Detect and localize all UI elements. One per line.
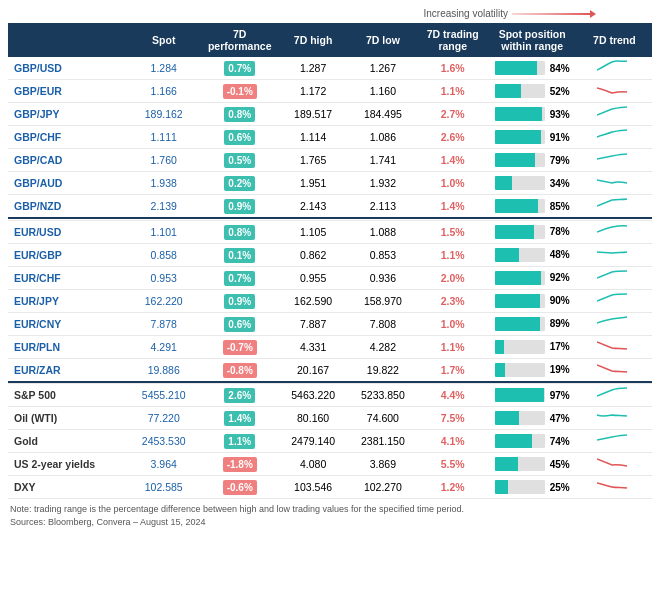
footnote: Note: trading range is the percentage di… bbox=[8, 503, 652, 528]
header-low: 7D low bbox=[348, 23, 418, 57]
low-cell: 1.932 bbox=[348, 172, 418, 195]
bar-fill bbox=[495, 176, 512, 190]
spotpos-cell: 45% bbox=[488, 453, 577, 476]
table-row: EUR/USD 1.101 0.8% 1.105 1.088 1.5% 78% bbox=[8, 220, 652, 243]
bar-pct: 74% bbox=[550, 436, 570, 447]
spot-cell: 1.284 bbox=[126, 57, 201, 80]
perf-cell: 0.5% bbox=[201, 149, 278, 172]
sparkline-chart bbox=[597, 293, 631, 307]
bar-pct: 91% bbox=[550, 132, 570, 143]
perf-cell: -0.7% bbox=[201, 335, 278, 358]
perf-badge: 1.4% bbox=[224, 411, 255, 426]
low-cell: 74.600 bbox=[348, 407, 418, 430]
bar-fill bbox=[495, 340, 504, 354]
pair-cell: US 2-year yields bbox=[8, 453, 126, 476]
spot-pos-container: 93% bbox=[492, 107, 573, 121]
volatility-header: Increasing volatility bbox=[8, 8, 652, 19]
spot-cell: 77.220 bbox=[126, 407, 201, 430]
table-row: S&P 500 5455.210 2.6% 5463.220 5233.850 … bbox=[8, 384, 652, 407]
table-row: GBP/NZD 2.139 0.9% 2.143 2.113 1.4% 85% bbox=[8, 195, 652, 219]
pair-cell: EUR/USD bbox=[8, 220, 126, 243]
pair-cell: EUR/PLN bbox=[8, 335, 126, 358]
perf-badge: 0.9% bbox=[224, 199, 255, 214]
bar-pct: 78% bbox=[550, 226, 570, 237]
range-cell: 1.7% bbox=[418, 358, 488, 382]
bar-pct: 34% bbox=[550, 178, 570, 189]
low-cell: 4.282 bbox=[348, 335, 418, 358]
trend-cell bbox=[577, 476, 652, 499]
trend-cell bbox=[577, 407, 652, 430]
table-row: EUR/GBP 0.858 0.1% 0.862 0.853 1.1% 48% bbox=[8, 243, 652, 266]
bar-fill bbox=[495, 84, 521, 98]
bar-pct: 85% bbox=[550, 201, 570, 212]
bar-container bbox=[495, 411, 545, 425]
pair-cell: GBP/CAD bbox=[8, 149, 126, 172]
perf-cell: 0.2% bbox=[201, 172, 278, 195]
spot-cell: 1.111 bbox=[126, 126, 201, 149]
bar-container bbox=[495, 176, 545, 190]
sparkline-chart bbox=[597, 339, 631, 353]
sparkline-chart bbox=[597, 152, 631, 166]
high-cell: 1.951 bbox=[278, 172, 348, 195]
spotpos-cell: 91% bbox=[488, 126, 577, 149]
range-cell: 1.1% bbox=[418, 80, 488, 103]
sparkline-chart bbox=[597, 60, 631, 74]
sparkline-chart bbox=[597, 479, 631, 493]
bar-container bbox=[495, 340, 545, 354]
range-cell: 1.0% bbox=[418, 312, 488, 335]
spot-pos-container: 19% bbox=[492, 363, 573, 377]
spotpos-cell: 17% bbox=[488, 335, 577, 358]
bar-pct: 52% bbox=[550, 86, 570, 97]
table-row: GBP/CAD 1.760 0.5% 1.765 1.741 1.4% 79% bbox=[8, 149, 652, 172]
perf-badge: -0.6% bbox=[223, 480, 257, 495]
sparkline-chart bbox=[597, 362, 631, 376]
high-cell: 5463.220 bbox=[278, 384, 348, 407]
bar-pct: 79% bbox=[550, 155, 570, 166]
spotpos-cell: 47% bbox=[488, 407, 577, 430]
pair-cell: GBP/JPY bbox=[8, 103, 126, 126]
low-cell: 1.086 bbox=[348, 126, 418, 149]
high-cell: 80.160 bbox=[278, 407, 348, 430]
spot-cell: 189.162 bbox=[126, 103, 201, 126]
bar-fill bbox=[495, 271, 541, 285]
spotpos-cell: 48% bbox=[488, 243, 577, 266]
table-row: GBP/CHF 1.111 0.6% 1.114 1.086 2.6% 91% bbox=[8, 126, 652, 149]
bar-pct: 45% bbox=[550, 459, 570, 470]
spot-pos-container: 90% bbox=[492, 294, 573, 308]
trend-cell bbox=[577, 103, 652, 126]
bar-container bbox=[495, 457, 545, 471]
perf-badge: 0.2% bbox=[224, 176, 255, 191]
spot-pos-container: 92% bbox=[492, 271, 573, 285]
pair-cell: EUR/CNY bbox=[8, 312, 126, 335]
bar-fill bbox=[495, 130, 541, 144]
range-cell: 1.6% bbox=[418, 57, 488, 80]
spotpos-cell: 89% bbox=[488, 312, 577, 335]
spot-cell: 1.760 bbox=[126, 149, 201, 172]
perf-cell: 1.4% bbox=[201, 407, 278, 430]
bar-pct: 90% bbox=[550, 295, 570, 306]
perf-badge: 0.7% bbox=[224, 61, 255, 76]
spot-cell: 5455.210 bbox=[126, 384, 201, 407]
sparkline-chart bbox=[597, 410, 631, 424]
range-cell: 2.7% bbox=[418, 103, 488, 126]
low-cell: 3.869 bbox=[348, 453, 418, 476]
sparkline-chart bbox=[597, 106, 631, 120]
spot-pos-container: 85% bbox=[492, 199, 573, 213]
spotpos-cell: 92% bbox=[488, 266, 577, 289]
bar-container bbox=[495, 61, 545, 75]
sparkline-chart bbox=[597, 456, 631, 470]
bar-pct: 25% bbox=[550, 482, 570, 493]
perf-cell: 0.8% bbox=[201, 103, 278, 126]
low-cell: 102.270 bbox=[348, 476, 418, 499]
bar-pct: 89% bbox=[550, 318, 570, 329]
sparkline-chart bbox=[597, 175, 631, 189]
spotpos-cell: 85% bbox=[488, 195, 577, 219]
volatility-arrow bbox=[512, 13, 592, 15]
table-row: EUR/CHF 0.953 0.7% 0.955 0.936 2.0% 92% bbox=[8, 266, 652, 289]
volatility-label: Increasing volatility bbox=[424, 8, 508, 19]
high-cell: 4.080 bbox=[278, 453, 348, 476]
range-cell: 1.5% bbox=[418, 220, 488, 243]
perf-badge: 0.6% bbox=[224, 317, 255, 332]
spot-cell: 1.166 bbox=[126, 80, 201, 103]
table-row: GBP/EUR 1.166 -0.1% 1.172 1.160 1.1% 52% bbox=[8, 80, 652, 103]
